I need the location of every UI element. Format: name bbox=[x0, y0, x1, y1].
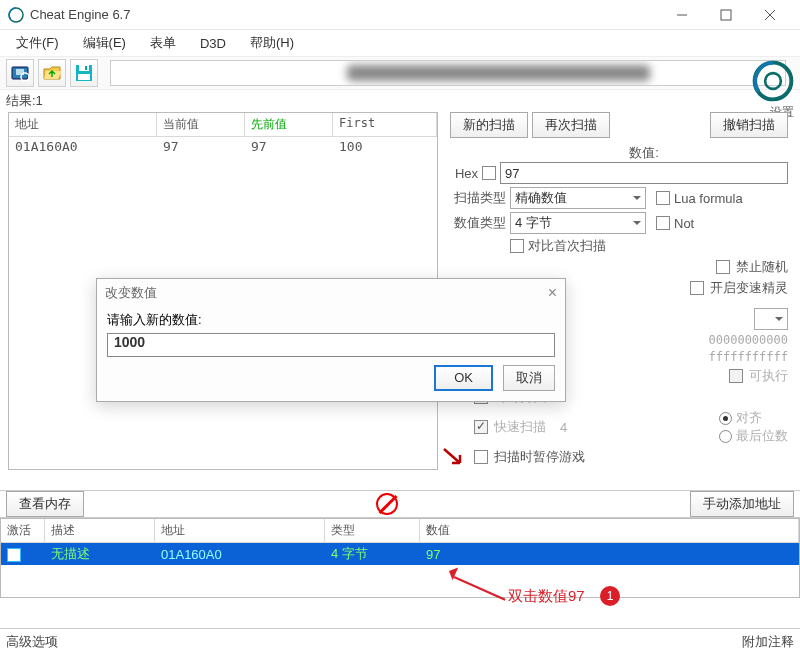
col-value[interactable]: 数值 bbox=[420, 519, 799, 543]
cell-previous: 97 bbox=[245, 137, 333, 156]
executable-label: 可执行 bbox=[749, 367, 788, 385]
col-current[interactable]: 当前值 bbox=[157, 113, 245, 137]
svg-line-8 bbox=[28, 80, 30, 82]
menu-file[interactable]: 文件(F) bbox=[6, 32, 69, 54]
cell-address: 01A160A0 bbox=[9, 137, 157, 156]
scan-type-select[interactable]: 精确数值 bbox=[510, 187, 646, 209]
menu-help[interactable]: 帮助(H) bbox=[240, 32, 304, 54]
value-input[interactable]: 97 bbox=[500, 162, 788, 184]
mem-region-select[interactable] bbox=[754, 308, 788, 330]
add-comment[interactable]: 附加注释 bbox=[742, 633, 794, 651]
results-row[interactable]: 01A160A0 97 97 100 bbox=[9, 137, 437, 156]
disable-random-label: 禁止随机 bbox=[736, 258, 788, 276]
svg-rect-12 bbox=[78, 74, 90, 80]
cell-value[interactable]: 97 bbox=[420, 547, 799, 562]
value-type-label: 数值类型 bbox=[450, 214, 506, 232]
cell-description[interactable]: 无描述 bbox=[45, 545, 155, 563]
advanced-options[interactable]: 高级选项 bbox=[6, 633, 58, 651]
not-checkbox[interactable] bbox=[656, 216, 670, 230]
pause-game-label: 扫描时暂停游戏 bbox=[494, 448, 585, 466]
fast-scan-label: 快速扫描 bbox=[494, 418, 546, 436]
mem-end: fffffffffff bbox=[709, 350, 788, 364]
hex-checkbox[interactable] bbox=[482, 166, 496, 180]
mem-start: 00000000000 bbox=[709, 333, 788, 347]
mid-toolbar: 查看内存 手动添加地址 bbox=[0, 490, 800, 518]
undo-scan-button[interactable]: 撤销扫描 bbox=[710, 112, 788, 138]
last-digits-radio[interactable] bbox=[719, 430, 732, 443]
ce-large-icon[interactable] bbox=[752, 60, 794, 102]
lua-formula-label: Lua formula bbox=[674, 191, 743, 206]
next-scan-button[interactable]: 再次扫描 bbox=[532, 112, 610, 138]
change-value-dialog: 改变数值 × 请输入新的数值: 1000 OK 取消 bbox=[96, 278, 566, 402]
menu-table[interactable]: 表单 bbox=[140, 32, 186, 54]
process-name-box[interactable] bbox=[110, 60, 786, 86]
dialog-title: 改变数值 bbox=[105, 284, 157, 302]
col-address[interactable]: 地址 bbox=[9, 113, 157, 137]
anno-text-2: 双击数值97 bbox=[508, 587, 585, 606]
maximize-button[interactable] bbox=[704, 1, 748, 29]
window-title: Cheat Engine 6.7 bbox=[30, 7, 660, 22]
no-entry-icon bbox=[376, 493, 398, 515]
col-previous[interactable]: 先前值 bbox=[245, 113, 333, 137]
cheat-table-header: 激活 描述 地址 类型 数值 bbox=[1, 519, 799, 543]
statusbar: 高级选项 附加注释 bbox=[0, 628, 800, 654]
save-button[interactable] bbox=[70, 59, 98, 87]
cell-current: 97 bbox=[157, 137, 245, 156]
dialog-value-input[interactable]: 1000 bbox=[107, 333, 555, 357]
fast-scan-value: 4 bbox=[560, 420, 567, 435]
cheat-table-row[interactable]: 无描述 01A160A0 4 字节 97 bbox=[1, 543, 799, 565]
window-titlebar: Cheat Engine 6.7 bbox=[0, 0, 800, 30]
manual-add-address-button[interactable]: 手动添加地址 bbox=[690, 491, 794, 517]
dialog-close-icon[interactable]: × bbox=[548, 284, 557, 302]
hex-label: Hex bbox=[450, 166, 478, 181]
value-label: 数值: bbox=[500, 144, 788, 162]
results-header: 地址 当前值 先前值 First bbox=[9, 113, 437, 137]
cell-address2[interactable]: 01A160A0 bbox=[155, 547, 325, 562]
align-radio[interactable] bbox=[719, 412, 732, 425]
fast-scan-checkbox[interactable] bbox=[474, 420, 488, 434]
executable-checkbox[interactable] bbox=[729, 369, 743, 383]
enable-speedhack-label: 开启变速精灵 bbox=[710, 279, 788, 297]
active-checkbox[interactable] bbox=[7, 548, 21, 562]
align-label: 对齐 bbox=[736, 409, 762, 427]
svg-rect-11 bbox=[85, 66, 87, 70]
scan-type-label: 扫描类型 bbox=[450, 189, 506, 207]
col-address2[interactable]: 地址 bbox=[155, 519, 325, 543]
cell-first: 100 bbox=[333, 137, 437, 156]
results-count-label: 结果:1 bbox=[0, 90, 800, 112]
toolbar bbox=[0, 56, 800, 90]
cheat-table[interactable]: 激活 描述 地址 类型 数值 无描述 01A160A0 4 字节 97 bbox=[0, 518, 800, 598]
col-active[interactable]: 激活 bbox=[1, 519, 45, 543]
open-file-button[interactable] bbox=[38, 59, 66, 87]
col-description[interactable]: 描述 bbox=[45, 519, 155, 543]
svg-point-14 bbox=[765, 73, 781, 89]
menu-edit[interactable]: 编辑(E) bbox=[73, 32, 136, 54]
anno-arrow-icon bbox=[442, 447, 464, 472]
dialog-prompt: 请输入新的数值: bbox=[107, 311, 555, 329]
last-digits-label: 最后位数 bbox=[736, 427, 788, 445]
dialog-cancel-button[interactable]: 取消 bbox=[503, 365, 555, 391]
view-memory-button[interactable]: 查看内存 bbox=[6, 491, 84, 517]
new-scan-button[interactable]: 新的扫描 bbox=[450, 112, 528, 138]
svg-rect-10 bbox=[79, 65, 89, 71]
lua-formula-checkbox[interactable] bbox=[656, 191, 670, 205]
value-type-select[interactable]: 4 字节 bbox=[510, 212, 646, 234]
minimize-button[interactable] bbox=[660, 1, 704, 29]
menu-d3d[interactable]: D3D bbox=[190, 34, 236, 53]
pause-game-checkbox[interactable] bbox=[474, 450, 488, 464]
compare-first-label: 对比首次扫描 bbox=[528, 237, 606, 255]
app-icon bbox=[8, 7, 24, 23]
compare-first-checkbox[interactable] bbox=[510, 239, 524, 253]
disable-random-checkbox[interactable] bbox=[716, 260, 730, 274]
dialog-ok-button[interactable]: OK bbox=[434, 365, 493, 391]
col-type[interactable]: 类型 bbox=[325, 519, 420, 543]
enable-speedhack-checkbox[interactable] bbox=[690, 281, 704, 295]
col-first[interactable]: First bbox=[333, 113, 437, 137]
cell-type[interactable]: 4 字节 bbox=[325, 545, 420, 563]
open-process-button[interactable] bbox=[6, 59, 34, 87]
svg-rect-2 bbox=[721, 10, 731, 20]
close-button[interactable] bbox=[748, 1, 792, 29]
anno-badge-1: 1 bbox=[600, 586, 620, 606]
not-label: Not bbox=[674, 216, 694, 231]
menubar: 文件(F) 编辑(E) 表单 D3D 帮助(H) bbox=[0, 30, 800, 56]
